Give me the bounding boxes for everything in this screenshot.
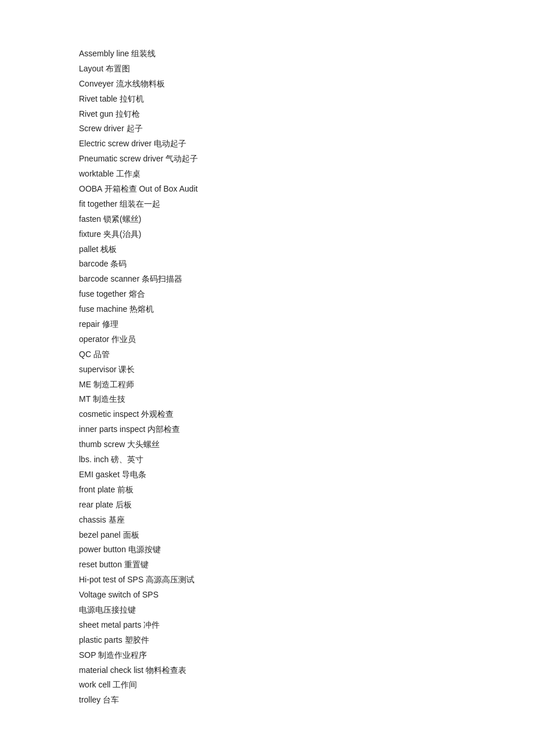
- vocabulary-list: Assembly line 组装线Layout 布置图Conveyer 流水线物…: [79, 46, 455, 708]
- list-item: inner parts inspect 内部检查: [79, 422, 455, 437]
- list-item: Screw driver 起子: [79, 121, 455, 136]
- list-item: front plate 前板: [79, 483, 455, 498]
- list-item: MT 制造生技: [79, 392, 455, 407]
- list-item: lbs. inch 磅、英寸: [79, 452, 455, 467]
- list-item: ME 制造工程师: [79, 377, 455, 393]
- list-item: Rivet table 拉钉机: [79, 92, 455, 107]
- list-item: worktable 工作桌: [79, 167, 455, 182]
- list-item: Hi-pot test of SPS 高源高压测试: [79, 573, 455, 588]
- list-item: pallet 栈板: [79, 242, 455, 257]
- main-content: Assembly line 组装线Layout 布置图Conveyer 流水线物…: [0, 0, 534, 754]
- list-item: supervisor 课长: [79, 362, 455, 377]
- list-item: QC 品管: [79, 347, 455, 362]
- list-item: fit together 组装在一起: [79, 197, 455, 212]
- list-item: EMI gasket 导电条: [79, 467, 455, 483]
- list-item: fixture 夹具(治具): [79, 227, 455, 242]
- list-item: reset button 重置键: [79, 557, 455, 573]
- list-item: repair 修理: [79, 317, 455, 332]
- list-item: rear plate 后板: [79, 498, 455, 513]
- list-item: fasten 锁紧(螺丝): [79, 212, 455, 227]
- list-item: chassis 基座: [79, 513, 455, 528]
- list-item: work cell 工作间: [79, 678, 455, 693]
- list-item: fuse together 熔合: [79, 287, 455, 302]
- list-item: trolley 台车: [79, 693, 455, 708]
- list-item: Rivet gun 拉钉枪: [79, 107, 455, 122]
- list-item: Assembly line 组装线: [79, 46, 455, 62]
- list-item: Layout 布置图: [79, 62, 455, 77]
- list-item: thumb screw 大头螺丝: [79, 437, 455, 452]
- list-item: 电源电压接拉键: [79, 603, 455, 618]
- list-item: OOBA 开箱检查 Out of Box Audit: [79, 182, 455, 197]
- list-item: bezel panel 面板: [79, 528, 455, 543]
- list-item: Voltage switch of SPS: [79, 588, 455, 603]
- list-item: Conveyer 流水线物料板: [79, 77, 455, 92]
- list-item: Pneumatic screw driver 气动起子: [79, 152, 455, 167]
- list-item: material check list 物料检查表: [79, 663, 455, 678]
- list-item: fuse machine 热熔机: [79, 302, 455, 317]
- list-item: cosmetic inspect 外观检查: [79, 407, 455, 422]
- list-item: SOP 制造作业程序: [79, 648, 455, 663]
- list-item: sheet metal parts 冲件: [79, 618, 455, 633]
- list-item: Electric screw driver 电动起子: [79, 136, 455, 152]
- list-item: operator 作业员: [79, 332, 455, 347]
- list-item: barcode 条码: [79, 257, 455, 272]
- list-item: barcode scanner 条码扫描器: [79, 272, 455, 287]
- list-item: power button 电源按键: [79, 542, 455, 557]
- list-item: plastic parts 塑胶件: [79, 633, 455, 648]
